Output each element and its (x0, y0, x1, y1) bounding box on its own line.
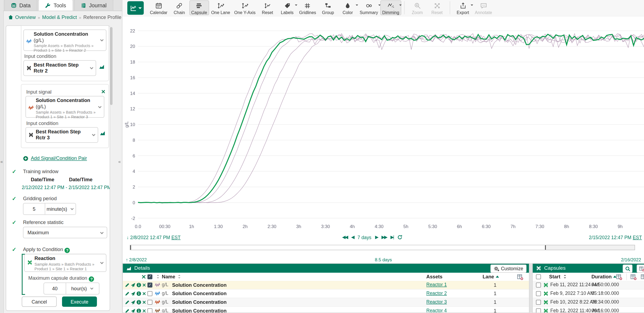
step-forward-icon[interactable]: ▶ (375, 235, 378, 240)
refresh-icon[interactable] (397, 235, 403, 240)
name-column-header[interactable]: Name (162, 274, 175, 280)
range-start-datetime[interactable]: 2/8/2022 12:47 PM (130, 235, 170, 240)
details-row[interactable]: g/L Solution Concentration Reactor 4 1 (123, 307, 529, 313)
add-column-icon[interactable] (517, 274, 523, 280)
asset-link[interactable]: Reactor 3 (426, 299, 447, 304)
details-row[interactable]: g/L Solution Concentration Reactor 2 1 (123, 289, 529, 298)
edit-icon[interactable] (125, 282, 130, 287)
timeline-selected-range[interactable] (130, 245, 546, 250)
toolbar-item-capsule[interactable]: Capsule (189, 1, 209, 15)
capsule-search-button[interactable] (623, 265, 632, 273)
send-icon[interactable] (131, 282, 135, 287)
start-column-header[interactable]: Start (549, 274, 560, 280)
timeline-end-date[interactable]: 2/16/2022 (621, 257, 641, 262)
toolbar-item-gridlines[interactable]: Gridlines (297, 1, 318, 15)
capsule-row[interactable]: Feb 11, 2022 11:24 AM 04:50:00.000 (533, 281, 644, 289)
view-profile-icon[interactable] (99, 130, 106, 136)
step-to-end-icon[interactable]: ▶| (390, 235, 393, 240)
toolbar-item-labels[interactable]: Labels (277, 1, 297, 15)
toolbar-item-summary[interactable]: Summary (358, 1, 380, 15)
display-type-button[interactable] (127, 1, 144, 15)
max-duration-value-input[interactable]: 40 (44, 283, 66, 294)
timeline-total-duration[interactable]: 8.5 days (122, 257, 644, 262)
collapse-sidebar-handle[interactable]: « (118, 159, 121, 164)
asset-link[interactable]: Reactor 4 (426, 308, 447, 313)
trend-chart[interactable]: -202468101214161820220.000:301h1:302h2:3… (122, 17, 644, 234)
reference-statistic-select[interactable]: Maximum (23, 227, 107, 238)
step-back-icon[interactable]: ◀ (351, 235, 354, 240)
range-end-timezone[interactable]: EST (633, 235, 642, 240)
toolbar-item-group[interactable]: Group (318, 1, 338, 15)
add-column-icon[interactable] (630, 274, 637, 280)
toolbar-item-reset[interactable]: Reset (258, 1, 277, 15)
tab-data[interactable]: Data (4, 0, 38, 11)
select-all-checkbox[interactable] (147, 274, 152, 279)
step-forward-fast-icon[interactable]: ▶▶ (381, 235, 387, 240)
move-range-icon[interactable]: ↓ (127, 235, 129, 240)
row-checkbox[interactable] (147, 308, 152, 313)
step-back-fast-icon[interactable]: ◀◀ (342, 235, 348, 240)
duration-column-header[interactable]: Duration (591, 274, 617, 280)
assets-column-header[interactable]: Assets (426, 274, 443, 280)
toolbar-item-one-y-axis[interactable]: One Y-Axis (232, 1, 258, 15)
details-row[interactable]: g/L Solution Concentration Reactor 3 1 (123, 298, 529, 307)
cancel-button[interactable]: Cancel (22, 296, 57, 307)
row-checkbox[interactable] (147, 282, 152, 287)
execute-button[interactable]: Execute (62, 296, 97, 307)
select-all-capsules-checkbox[interactable] (536, 274, 541, 279)
info-icon[interactable] (136, 308, 141, 313)
tab-tools[interactable]: Tools (38, 0, 73, 11)
send-icon[interactable] (131, 291, 135, 296)
capsule-row[interactable]: Feb 9, 2022 7:10 AM 05:18:00.000 (533, 289, 644, 298)
add-column-icon[interactable] (616, 274, 622, 280)
capsule-checkbox[interactable] (536, 300, 541, 305)
remove-icon[interactable] (142, 309, 146, 313)
remove-icon[interactable] (142, 283, 146, 287)
toolbar-item-export[interactable]: Export (453, 1, 473, 15)
input-signal-select-1[interactable]: Solution Concentration (g/L) Sample Asse… (23, 29, 106, 51)
apply-condition-select[interactable]: Reaction Sample Assets » Batch Products … (24, 254, 106, 272)
input-signal-select-2[interactable]: Solution Concentration (g/L) Sample Asse… (25, 96, 104, 118)
range-duration[interactable]: 7 days (357, 235, 371, 240)
input-condition-select-1[interactable]: Best Reaction Step Rctr 2 (23, 60, 96, 76)
range-start-timezone[interactable]: EST (171, 235, 181, 240)
edit-icon[interactable] (125, 308, 130, 313)
help-icon[interactable]: ? (65, 248, 70, 253)
remove-icon[interactable] (142, 300, 146, 304)
lane-column-header[interactable]: Lane (483, 274, 499, 280)
remove-icon[interactable] (142, 292, 146, 296)
add-column-icon[interactable] (641, 274, 644, 280)
training-end-date[interactable]: 2/15/2022 12:47 PM (69, 185, 110, 190)
send-icon[interactable] (131, 308, 135, 313)
edit-icon[interactable] (125, 291, 130, 296)
capsule-row[interactable]: Feb 10, 2022 8:22 AM 05:34:00.000 (533, 298, 644, 307)
toolbar-item-reset[interactable]: Reset (427, 1, 447, 15)
view-profile-icon[interactable] (99, 64, 105, 69)
breadcrumb-model-predict[interactable]: Model & Predict (42, 14, 77, 20)
sort-icon[interactable] (177, 274, 181, 279)
sidebar-scrollbar[interactable] (110, 27, 112, 105)
toolbar-item-calendar[interactable]: Calendar (148, 1, 170, 15)
capsule-checkbox[interactable] (536, 291, 541, 296)
remove-all-icon[interactable] (141, 274, 146, 279)
capsule-grid-button[interactable] (637, 265, 644, 273)
breadcrumb-overview[interactable]: Overview (15, 14, 36, 20)
sort-icon[interactable] (156, 274, 160, 279)
training-start-date[interactable]: 2/12/2022 12:47 PM (22, 185, 64, 190)
home-icon[interactable] (8, 15, 13, 20)
capsule-row[interactable]: Feb 12, 2022 11:40 AM 06:16:00.000 (533, 307, 644, 313)
toolbar-item-one-lane[interactable]: One Lane (209, 1, 232, 15)
toolbar-item-dimming[interactable]: Dimming (380, 1, 401, 15)
add-signal-condition-pair-link[interactable]: Add Signal/Condition Pair (31, 156, 87, 161)
remove-pair-icon[interactable] (101, 89, 106, 94)
toolbar-item-zoom[interactable]: Zoom (407, 1, 427, 15)
collapse-left-handle[interactable]: « (1, 159, 3, 164)
input-condition-select-2[interactable]: Best Reaction Step Rctr 3 (25, 127, 98, 143)
toolbar-item-color[interactable]: Color (338, 1, 358, 15)
customize-button[interactable]: Customize (490, 265, 527, 273)
toolbar-item-annotate[interactable]: Annotate (473, 1, 494, 15)
send-icon[interactable] (131, 300, 135, 305)
gridding-period-unit-select[interactable]: minute(s) (45, 203, 76, 215)
row-checkbox[interactable] (147, 300, 152, 305)
max-duration-unit-select[interactable]: hour(s) (66, 283, 99, 294)
